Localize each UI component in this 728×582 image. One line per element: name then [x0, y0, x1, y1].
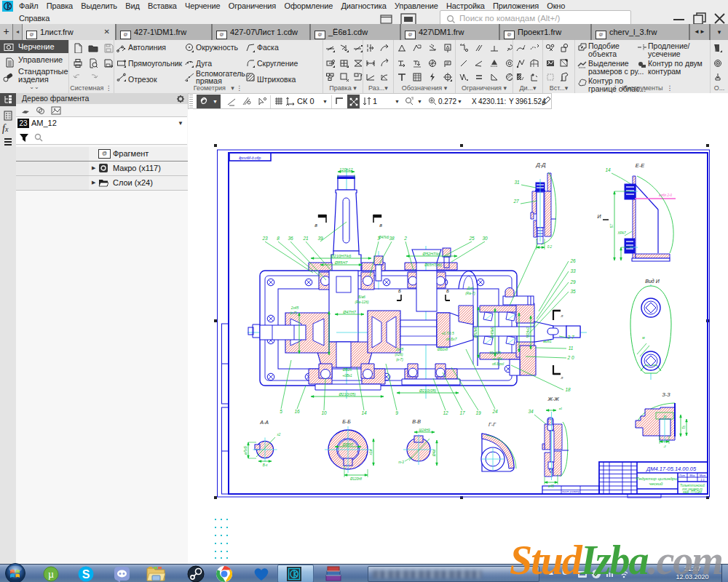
svg-text:Д-Д: Д-Д — [535, 162, 546, 168]
svg-text:µ: µ — [48, 569, 54, 580]
svg-text:т-3: т-3 — [398, 461, 404, 464]
svg-text:120h12: 120h12 — [339, 167, 352, 172]
svg-text:Ø52k6: Ø52k6 — [473, 327, 478, 338]
svg-text:(Ra-12б): (Ra-12б) — [355, 300, 369, 304]
svg-text:-25: -25 — [662, 415, 668, 418]
svg-text:Б-Б: Б-Б — [342, 419, 351, 424]
svg-text:25: 25 — [468, 236, 475, 241]
svg-text:3: 3 — [377, 236, 380, 241]
svg-text:в: в — [314, 223, 317, 228]
svg-text:ДМ4.17-05.14.00.05: ДМ4.17-05.14.00.05 — [646, 466, 697, 472]
svg-text:2х45: 2х45 — [395, 348, 404, 351]
svg-text:2 0: 2 0 — [566, 355, 574, 360]
svg-text:Мас: Мас — [689, 474, 695, 477]
svg-text:8: 8 — [277, 236, 280, 241]
svg-text:Ø52H7/k6: Ø52H7/k6 — [422, 252, 442, 256]
svg-text:ø1: ø1 — [559, 407, 563, 410]
svg-text:Ø210(05): Ø210(05) — [419, 388, 436, 393]
svg-text:Б: Б — [398, 289, 401, 293]
svg-text:Г-Г: Г-Г — [488, 422, 496, 427]
svg-text:л: л — [561, 314, 563, 318]
svg-text:36: 36 — [288, 236, 293, 241]
svg-text:57: 57 — [609, 224, 614, 228]
svg-text:Ø85H7: Ø85H7 — [334, 260, 348, 265]
svg-text:(x2б): (x2б) — [395, 353, 403, 356]
svg-text:Е-Е: Е-Е — [636, 162, 646, 169]
svg-text:Ø45k6: Ø45k6 — [490, 327, 494, 338]
svg-text:В-х: В-х — [263, 463, 269, 467]
svg-text:И: И — [597, 214, 601, 219]
svg-text:х1в: х1в — [368, 449, 373, 455]
svg-text:м: м — [642, 335, 645, 340]
svg-text:24: 24 — [491, 409, 498, 414]
svg-text:З-З: З-З — [662, 392, 671, 397]
svg-text:выб1: выб1 — [543, 340, 552, 343]
svg-text:14: 14 — [361, 410, 367, 415]
svg-text:(Ra-7): (Ra-7) — [465, 292, 475, 295]
svg-text:19: 19 — [475, 410, 481, 415]
svg-text:Ø210H7/k6: Ø210H7/k6 — [331, 254, 352, 258]
svg-text:21: 21 — [302, 236, 309, 241]
svg-text:2x45: 2x45 — [290, 306, 299, 310]
svg-text:ØВ2б: ØВ2б — [342, 368, 352, 372]
svg-text:12: 12 — [443, 410, 448, 415]
svg-text:Б/вб: Б/вб — [358, 295, 365, 299]
svg-text:5: 5 — [280, 409, 282, 414]
svg-text:вЛхБ: вЛхБ — [243, 445, 248, 455]
svg-text:Редуктор цилиндри-: Редуктор цилиндри- — [636, 477, 678, 481]
svg-text:35: 35 — [570, 289, 576, 294]
svg-text:Ø65H7(дб): Ø65H7(дб) — [424, 263, 442, 267]
svg-text:+в.45х: +в.45х — [492, 357, 503, 361]
svg-text:+0.7/0.5: +0.7/0.5 — [441, 332, 454, 335]
svg-text:31: 31 — [514, 180, 520, 185]
svg-text:1:1: 1:1 — [700, 478, 705, 482]
svg-text:+йВх1: +йВх1 — [342, 373, 352, 378]
svg-text:(к-7): (к-7) — [396, 358, 403, 362]
svg-text:-2: -2 — [663, 445, 666, 448]
svg-text:33: 33 — [570, 268, 576, 274]
svg-text:0.2: 0.2 — [547, 245, 553, 249]
svg-text:ⅡртлМ-д.обр: ⅡртлМ-д.обр — [239, 156, 261, 160]
svg-text:23: 23 — [261, 236, 268, 241]
svg-text:Вид И: Вид И — [645, 279, 660, 284]
svg-text:х2: х2 — [277, 433, 281, 436]
svg-text:Мст: Мст — [700, 474, 706, 477]
svg-text:Ts: Ts — [681, 425, 686, 429]
svg-text:об.Бpol: об.Бpol — [492, 362, 505, 366]
svg-text:Ø120h8: Ø120h8 — [349, 477, 363, 481]
svg-text:ø45: ø45 — [548, 485, 554, 488]
svg-text:л: л — [561, 375, 563, 380]
svg-text:лист размер: лист размер — [561, 490, 580, 493]
svg-text:14: 14 — [605, 167, 611, 172]
svg-text:3 7: 3 7 — [567, 335, 574, 340]
svg-text:вøбл.2-й: вøбл.2-й — [659, 193, 672, 197]
svg-text:30: 30 — [482, 236, 488, 241]
svg-text:17: 17 — [459, 410, 465, 415]
svg-text:11: 11 — [569, 346, 574, 351]
svg-text:Ø4в: Ø4в — [432, 449, 436, 457]
svg-text:9: 9 — [395, 410, 398, 415]
svg-text:ческий: ческий — [649, 482, 664, 486]
svg-text:29: 29 — [569, 279, 576, 284]
svg-text:Ж-Ж: Ж-Ж — [547, 396, 559, 402]
svg-text:16: 16 — [294, 409, 300, 414]
svg-text:Лит: Лит — [678, 474, 686, 477]
svg-text:38: 38 — [389, 236, 395, 241]
svg-text:Ø38Н7: Ø38Н7 — [342, 443, 354, 447]
svg-text:18: 18 — [565, 387, 571, 392]
svg-text:А-А: А-А — [259, 420, 269, 425]
svg-text:ØБ0х8: ØБ0х8 — [437, 348, 448, 351]
svg-text:ХРА7: ХРА7 — [617, 231, 626, 235]
svg-text:10: 10 — [321, 410, 327, 415]
svg-text:M24x2: M24x2 — [526, 327, 530, 338]
svg-text:в: в — [379, 223, 382, 228]
svg-text:В-В: В-В — [412, 419, 421, 424]
svg-text:Ш24Н9: Ш24Н9 — [419, 428, 430, 432]
svg-text:Дхб: Дхб — [467, 287, 474, 290]
svg-text:(к-7): (к-7) — [290, 311, 297, 315]
svg-text:30об25: 30об25 — [489, 351, 501, 355]
svg-text:34: 34 — [528, 409, 534, 414]
svg-text:каф. ПТиЭМ: каф. ПТиЭМ — [683, 490, 702, 494]
svg-text:Ø210(05): Ø210(05) — [338, 392, 355, 396]
svg-text:2: 2 — [403, 236, 407, 241]
